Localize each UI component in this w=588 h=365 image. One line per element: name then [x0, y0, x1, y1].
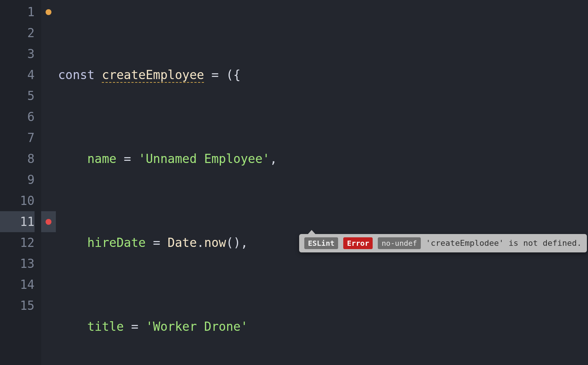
lint-marker-slot [41, 169, 56, 190]
lint-severity-badge: Error [343, 237, 373, 249]
lint-marker-slot [41, 85, 56, 106]
code-line[interactable]: title = 'Worker Drone' [56, 316, 588, 337]
lint-marker-slot [41, 253, 56, 274]
lint-source-badge: ESLint [304, 237, 338, 249]
function-name: createEmployee [102, 68, 204, 83]
line-number: 6 [0, 106, 35, 127]
warning-dot-icon[interactable] [46, 9, 51, 15]
lint-marker-slot [41, 43, 56, 64]
lint-marker-gutter [41, 0, 56, 365]
code-area[interactable]: const createEmployee = ({ name = 'Unname… [56, 0, 588, 365]
param-name: title [87, 319, 123, 334]
line-number: 15 [0, 295, 35, 316]
param-name: name [87, 152, 116, 166]
line-number: 14 [0, 274, 35, 295]
keyword-const: const [58, 68, 94, 82]
line-number: 8 [0, 148, 35, 169]
line-number: 10 [0, 190, 35, 211]
lint-marker-slot [41, 211, 56, 232]
lint-marker-slot [41, 274, 56, 295]
lint-marker-slot [41, 190, 56, 211]
line-number: 1 [0, 1, 35, 22]
lint-marker-slot [41, 148, 56, 169]
line-number-gutter: 123456789101112131415 [0, 0, 41, 365]
line-number: 4 [0, 64, 35, 85]
lint-tooltip: ESLint Error no-undef 'createEmplodee' i… [299, 234, 587, 252]
line-number: 12 [0, 232, 35, 253]
string-literal: 'Unnamed Employee' [139, 152, 270, 166]
line-number: 7 [0, 127, 35, 148]
line-number: 3 [0, 43, 35, 64]
lint-message: 'createEmplodee' is not defined. [426, 238, 582, 248]
lint-marker-slot [41, 127, 56, 148]
lint-marker-slot [41, 64, 56, 85]
line-number: 11 [0, 211, 35, 232]
lint-marker-slot [41, 232, 56, 253]
line-number: 2 [0, 22, 35, 43]
lint-marker-slot [41, 1, 56, 22]
string-literal: 'Worker Drone' [146, 319, 248, 334]
lint-marker-slot [41, 295, 56, 316]
code-line[interactable]: const createEmployee = ({ [56, 64, 588, 85]
code-line[interactable]: name = 'Unnamed Employee', [56, 148, 588, 169]
param-name: hireDate [87, 235, 146, 250]
error-dot-icon[interactable] [46, 219, 51, 225]
line-number: 9 [0, 169, 35, 190]
line-number: 5 [0, 85, 35, 106]
lint-marker-slot [41, 22, 56, 43]
method-call: now [204, 235, 226, 250]
code-editor[interactable]: 123456789101112131415 const createEmploy… [0, 0, 588, 365]
lint-rule-badge: no-undef [378, 237, 420, 249]
object-ref: Date [168, 235, 197, 250]
line-number: 13 [0, 253, 35, 274]
lint-marker-slot [41, 106, 56, 127]
